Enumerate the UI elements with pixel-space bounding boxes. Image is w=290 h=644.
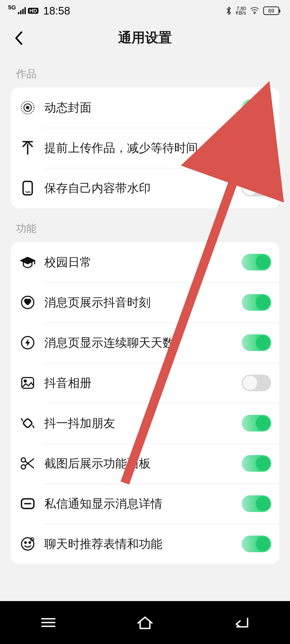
net-speed-label: 7.80 KB/s xyxy=(236,6,246,15)
toggle-chat-days[interactable] xyxy=(242,334,271,351)
toggle-douyin-moment[interactable] xyxy=(242,294,271,311)
message-box-icon xyxy=(19,495,36,513)
page-header: 通用设置 xyxy=(0,21,290,54)
row-douyin-album[interactable]: 抖音相册 xyxy=(11,363,279,403)
row-pre-upload[interactable]: 提前上传作品，减少等待时间 xyxy=(11,128,279,168)
back-button[interactable] xyxy=(11,30,27,46)
section-header-features: 功能 xyxy=(0,208,290,242)
svg-point-13 xyxy=(21,538,34,550)
system-nav-bar xyxy=(0,601,290,644)
clock-label: 18:58 xyxy=(43,5,70,17)
phone-icon xyxy=(19,180,36,197)
toggle-campus-daily[interactable] xyxy=(242,254,271,270)
toggle-shake-friend[interactable] xyxy=(242,415,271,431)
emoji-face-icon xyxy=(19,535,36,553)
row-label: 私信通知显示消息详情 xyxy=(44,496,242,512)
row-save-watermark[interactable]: 保存自己内容带水印 xyxy=(11,168,279,208)
row-label: 抖一抖加朋友 xyxy=(44,415,242,431)
wifi-icon xyxy=(250,6,259,16)
upload-icon xyxy=(19,139,36,157)
row-label: 校园日常 xyxy=(44,254,242,270)
nav-back-button[interactable] xyxy=(231,612,252,633)
works-card: 动态封面 提前上传作品，减少等待时间 保存自己内容带水印 xyxy=(11,87,279,208)
row-campus-daily[interactable]: 校园日常 xyxy=(11,242,279,282)
target-icon xyxy=(19,99,36,116)
toggle-dm-notify-detail[interactable] xyxy=(242,495,271,512)
network-type-label: 5G xyxy=(8,4,16,11)
svg-point-8 xyxy=(24,380,26,382)
page-title: 通用设置 xyxy=(0,29,290,47)
status-bar: 5G HD 18:58 7.80 KB/s 69 xyxy=(0,0,290,21)
lightning-circle-icon xyxy=(19,334,36,352)
row-dm-notify-detail[interactable]: 私信通知显示消息详情 xyxy=(11,484,279,524)
heart-circle-icon xyxy=(19,294,36,311)
features-card: 校园日常 消息页展示抖音时刻 消息页显示连续聊天天数 xyxy=(11,242,279,564)
svg-point-0 xyxy=(254,13,255,14)
row-label: 消息页展示抖音时刻 xyxy=(44,295,242,310)
row-label: 提前上传作品，减少等待时间 xyxy=(44,140,242,156)
row-label: 截图后展示功能面板 xyxy=(44,456,242,471)
svg-point-15 xyxy=(29,542,31,543)
toggle-pre-upload[interactable] xyxy=(242,140,271,156)
svg-point-14 xyxy=(25,542,26,543)
row-screenshot-panel[interactable]: 截图后展示功能面板 xyxy=(11,443,279,484)
toggle-dynamic-cover[interactable] xyxy=(242,99,271,116)
row-shake-friend[interactable]: 抖一抖加朋友 xyxy=(11,403,279,443)
toggle-screenshot-panel[interactable] xyxy=(242,455,271,472)
toggle-douyin-album[interactable] xyxy=(242,375,271,391)
toggle-save-watermark[interactable] xyxy=(242,180,271,196)
image-icon xyxy=(19,374,36,392)
status-right: 7.80 KB/s 69 xyxy=(226,6,279,16)
status-left: 5G HD 18:58 xyxy=(8,5,70,17)
hd-badge: HD xyxy=(28,8,38,14)
rotate-icon xyxy=(19,415,36,432)
row-dynamic-cover[interactable]: 动态封面 xyxy=(11,87,279,128)
signal-bars-icon xyxy=(18,7,26,14)
row-label: 动态封面 xyxy=(44,100,242,116)
row-douyin-moment[interactable]: 消息页展示抖音时刻 xyxy=(11,282,279,323)
row-label: 聊天时推荐表情和功能 xyxy=(44,536,242,552)
row-label: 保存自己内容带水印 xyxy=(44,180,242,196)
svg-point-3 xyxy=(26,106,29,109)
battery-indicator: 69 xyxy=(263,6,279,15)
scissors-icon xyxy=(19,455,36,472)
section-header-works: 作品 xyxy=(0,54,290,87)
nav-recent-button[interactable] xyxy=(38,612,59,633)
toggle-chat-emoji-suggest[interactable] xyxy=(242,536,271,552)
row-chat-emoji-suggest[interactable]: 聊天时推荐表情和功能 xyxy=(11,524,279,564)
nav-home-button[interactable] xyxy=(134,612,156,633)
graduation-cap-icon xyxy=(19,254,36,271)
bluetooth-icon xyxy=(226,6,232,15)
row-label: 抖音相册 xyxy=(44,375,242,391)
svg-rect-9 xyxy=(23,418,32,428)
row-chat-days[interactable]: 消息页显示连续聊天天数 xyxy=(11,323,279,363)
row-label: 消息页显示连续聊天天数 xyxy=(44,335,242,351)
